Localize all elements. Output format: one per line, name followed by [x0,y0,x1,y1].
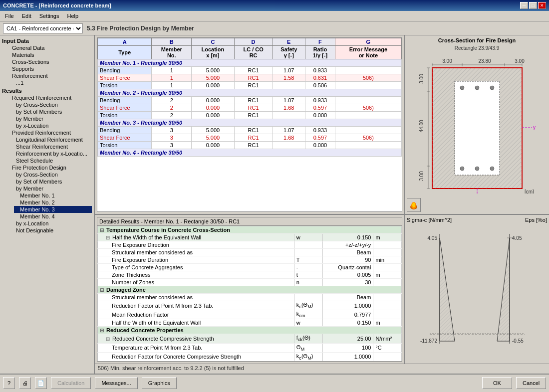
tree-long-rein[interactable]: Longitudinal Reinforcement [10,136,92,143]
right-content: A B C D E F G Type MemberNo. [95,35,549,374]
detail-value: 2.60 [323,361,373,362]
tree-member-2[interactable]: Member No. 2 [14,199,92,206]
tree-fire-by-member[interactable]: by Member [10,185,92,192]
tree-req-by-cross[interactable]: by Cross-Section [10,101,92,108]
results-table-area[interactable]: A B C D E F G Type MemberNo. [97,37,402,212]
note-cell: 506) [335,74,401,82]
table-row[interactable]: Shear Force 3 5.000 RC1 1.68 0.597 506) [98,134,402,142]
detail-table: ⊟ Temperature Course in Concrete Cross-S… [97,226,402,362]
tree-req-by-member[interactable]: by Member [10,115,92,122]
svg-point-26 [460,167,464,171]
tree-cross-sections[interactable]: Cross-Sections [6,58,92,65]
tree-member-1[interactable]: Member No. 1 [14,192,92,199]
member-header-3: Member No. 3 - Rectangle 30/50 [98,119,402,127]
tree-req-by-x[interactable]: by x-Location [10,122,92,129]
col-header-f: F [305,38,335,46]
tree-req-by-set[interactable]: by Set of Members [10,108,92,115]
detail-unit [373,279,402,286]
detailed-results-area[interactable]: Detailed Results - Member No. 1 - Rectan… [97,217,402,362]
menu-settings[interactable]: Settings [36,12,62,20]
svg-text:-0.55: -0.55 [512,338,524,344]
svg-marker-47 [497,238,510,341]
detail-row: Mean Reduction Factor kcm 0.7977 [98,310,402,319]
table-row[interactable]: Shear Force 2 0.000 RC1 1.68 0.597 506) [98,104,402,112]
stress-panel: Sigma-c [N/mm^2] Eps [%o] 4.05 [404,215,549,364]
table-row[interactable]: Torsion 1 0.000 RC1 0.506 [98,82,402,89]
tree-input-data-header[interactable]: Input Data [2,37,92,44]
messages-button[interactable]: Messages... [95,377,137,389]
detail-unit: m [373,319,402,327]
col-header-d: D [234,38,273,46]
detail-value: 0.150 [323,319,373,327]
safety-cell [273,112,305,119]
tree-general-data[interactable]: General Data [6,44,92,51]
tree-rein-by-x[interactable]: Reinforcement by x-Locatio... [10,150,92,157]
svg-text:y: y [533,125,536,130]
member-cell: 1 [152,74,192,82]
print-button[interactable]: 🖨 [19,377,31,389]
table-row[interactable]: Bending 3 5.000 RC1 1.07 0.933 [98,127,402,134]
table-row[interactable]: Shear Force 1 5.000 RC1 1.58 0.631 506) [98,74,402,82]
detail-row: Fire Exposure Duration T 90 min [98,256,402,264]
svg-text:23.80: 23.80 [478,58,491,64]
fire-protection-icon-button[interactable] [407,198,421,212]
tree-materials[interactable]: Materials [6,51,92,58]
detail-symbol: n [294,279,322,286]
close-button[interactable]: ✕ [538,2,546,9]
menu-edit[interactable]: Edit [19,12,34,20]
tree-fire-by-set[interactable]: by Set of Members [10,178,92,185]
tree-not-designable[interactable]: Not Designable [10,227,92,234]
export-button[interactable]: 📄 [35,377,47,389]
svg-point-25 [490,86,494,90]
tree-shear-rein[interactable]: Shear Reinforcement [10,143,92,150]
detail-label: Reduction Factor for Concrete Compressiv… [98,352,294,361]
svg-text:-11.872: -11.872 [420,338,437,344]
table-row[interactable]: Torsion 2 0.000 RC1 0.000 [98,112,402,119]
tree-member-3[interactable]: Member No. 3 [14,206,92,213]
menu-file[interactable]: File [2,12,17,20]
detail-section-temp: ⊟ Temperature Course in Concrete Cross-S… [98,226,402,234]
main-container: CA1 - Reinforced concrete desi... 5.3 Fi… [0,21,549,392]
graphics-button[interactable]: Graphics [142,377,177,389]
tree-member-4[interactable]: Member No. 4 [14,213,92,220]
tree-results-header[interactable]: Results [2,87,92,94]
calculation-button[interactable]: Calculation [51,377,91,389]
tree-fire-by-cross[interactable]: by Cross-Section [10,171,92,178]
col-subheader-d: LC / CORC [234,46,273,59]
note-cell [335,142,401,149]
table-row[interactable]: Bending 1 5.000 RC1 1.07 0.933 [98,67,402,74]
minimize-button[interactable]: ─ [520,2,528,9]
maximize-button[interactable]: □ [529,2,537,9]
note-cell [335,112,401,119]
help-button[interactable]: ? [3,377,15,389]
tree-supports[interactable]: Supports [6,65,92,72]
cancel-button[interactable]: Cancel [516,377,546,389]
tree-fire-by-x[interactable]: by x-Location [10,220,92,227]
type-cell: Bending [98,67,152,74]
safety-cell [273,142,305,149]
member-cell: 2 [152,104,192,112]
rc-cell: RC1 [234,104,273,112]
tree-fire-protection[interactable]: Fire Protection Design [6,164,92,171]
detail-symbol: ΘM [294,343,322,352]
tree-rein-item-1[interactable]: ...1 [10,79,92,86]
note-cell [335,127,401,134]
detail-symbol: kc(ΘM) [294,352,322,361]
detail-symbol: T [294,256,322,264]
svg-point-27 [475,167,479,171]
ok-button[interactable]: OK [482,377,512,389]
rc-cell: RC1 [234,67,273,74]
tree-steel-sched[interactable]: Steel Schedule [10,157,92,164]
detail-row: Type of Concrete Aggregates - Quartz-con… [98,264,402,271]
safety-cell: 1.07 [273,67,305,74]
menu-help[interactable]: Help [64,12,81,20]
detail-section-damaged-label: ⊟ Damaged Zone [98,286,402,294]
tree-provided-rein[interactable]: Provided Reinforcement [6,129,92,136]
location-cell: 5.000 [192,127,234,134]
table-row[interactable]: Torsion 3 0.000 RC1 0.000 [98,142,402,149]
tree-reinforcement[interactable]: Reinforcement [6,72,92,79]
table-row[interactable]: Bending 2 0.000 RC1 1.07 0.933 [98,97,402,104]
case-dropdown[interactable]: CA1 - Reinforced concrete desi... [3,23,83,33]
tree-required-rein[interactable]: Required Reinforcement [6,94,92,101]
detail-row: Structural member considered as Beam [98,249,402,256]
